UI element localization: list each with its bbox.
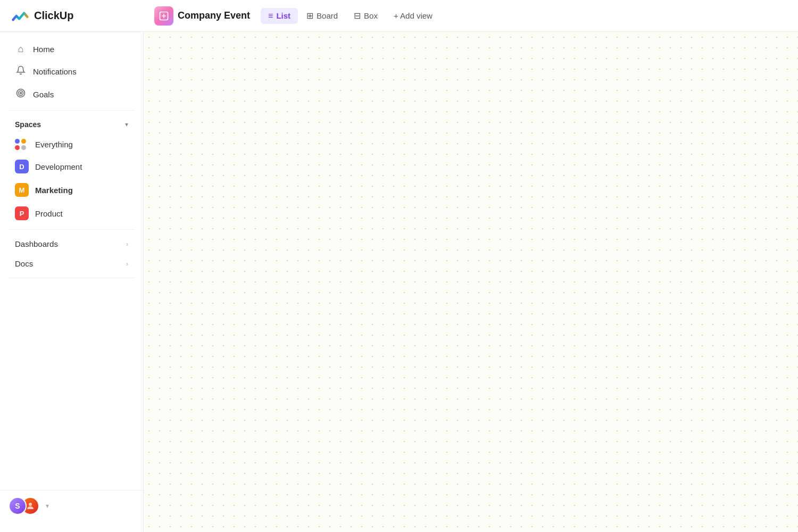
main-content bbox=[144, 32, 798, 532]
user-avatar-letter: S bbox=[15, 502, 20, 510]
project-name: Company Event bbox=[178, 10, 250, 21]
tab-list[interactable]: ≡ List bbox=[261, 8, 298, 24]
development-avatar-letter: D bbox=[19, 163, 24, 171]
sidebar-goals-label: Goals bbox=[33, 90, 54, 99]
add-view-label: + Add view bbox=[394, 11, 433, 20]
sidebar-divider-3 bbox=[9, 278, 135, 278]
sidebar-item-docs[interactable]: Docs › bbox=[9, 254, 135, 273]
sidebar-item-notifications[interactable]: Notifications bbox=[9, 60, 135, 83]
sidebar-item-everything[interactable]: Everything bbox=[9, 134, 135, 155]
main-layout: ⌂ Home Notifications bbox=[0, 32, 798, 532]
sidebar-development-label: Development bbox=[35, 162, 82, 171]
sidebar-divider-1 bbox=[9, 110, 135, 111]
sidebar-everything-label: Everything bbox=[35, 140, 73, 149]
dashboards-chevron-icon: › bbox=[126, 240, 128, 248]
sidebar-product-label: Product bbox=[35, 209, 63, 218]
user-chevron-icon: ▾ bbox=[46, 502, 49, 510]
logo-area: ClickUp bbox=[11, 6, 154, 26]
sidebar-divider-2 bbox=[9, 229, 135, 230]
add-view-button[interactable]: + Add view bbox=[386, 8, 440, 23]
user-avatar-primary: S bbox=[9, 497, 27, 515]
sidebar-user-area[interactable]: S ▾ bbox=[0, 490, 143, 521]
sidebar-marketing-label: Marketing bbox=[35, 186, 73, 195]
sidebar-item-product[interactable]: P Product bbox=[9, 202, 135, 225]
tab-board-label: Board bbox=[317, 11, 338, 20]
box-icon: ⊟ bbox=[354, 11, 361, 21]
sidebar-dashboards-label: Dashboards bbox=[15, 239, 58, 248]
tab-box-label: Box bbox=[364, 11, 378, 20]
header: ClickUp Company Event ≡ List ⊞ Board ⊟ B… bbox=[0, 0, 798, 32]
project-icon bbox=[154, 6, 173, 26]
home-icon: ⌂ bbox=[15, 44, 27, 55]
view-tabs: ≡ List ⊞ Board ⊟ Box + Add view bbox=[261, 7, 440, 24]
sidebar-top: ⌂ Home Notifications bbox=[0, 32, 143, 282]
spaces-header[interactable]: Spaces ▾ bbox=[9, 115, 135, 134]
docs-chevron-icon: › bbox=[126, 260, 128, 268]
product-avatar-letter: P bbox=[20, 210, 24, 218]
board-icon: ⊞ bbox=[306, 11, 313, 21]
avatar-group: S bbox=[9, 497, 39, 515]
app-name: ClickUp bbox=[34, 10, 73, 22]
tab-box[interactable]: ⊟ Box bbox=[346, 7, 385, 24]
project-box-icon bbox=[159, 11, 169, 21]
marketing-avatar: M bbox=[15, 183, 29, 197]
sidebar-item-development[interactable]: D Development bbox=[9, 155, 135, 178]
development-avatar: D bbox=[15, 160, 29, 173]
svg-point-3 bbox=[20, 93, 22, 94]
sidebar-item-marketing[interactable]: M Marketing bbox=[9, 178, 135, 202]
sidebar-item-goals[interactable]: Goals bbox=[9, 83, 135, 106]
sidebar: ⌂ Home Notifications bbox=[0, 32, 144, 532]
sidebar-item-home[interactable]: ⌂ Home bbox=[9, 38, 135, 60]
list-icon: ≡ bbox=[268, 11, 273, 21]
product-avatar: P bbox=[15, 206, 29, 220]
sidebar-home-label: Home bbox=[33, 45, 54, 54]
svg-point-2 bbox=[19, 91, 23, 96]
sidebar-item-dashboards[interactable]: Dashboards › bbox=[9, 234, 135, 254]
sidebar-notifications-label: Notifications bbox=[33, 67, 77, 76]
tab-board[interactable]: ⊞ Board bbox=[299, 7, 345, 24]
bell-icon bbox=[15, 65, 27, 78]
tab-list-label: List bbox=[276, 11, 290, 20]
svg-point-4 bbox=[29, 503, 32, 506]
spaces-label: Spaces bbox=[15, 120, 41, 129]
spaces-chevron-icon: ▾ bbox=[125, 121, 128, 128]
everything-dots-icon bbox=[15, 139, 29, 150]
goals-icon bbox=[15, 88, 27, 101]
clickup-logo-icon bbox=[11, 6, 30, 26]
secondary-avatar-icon bbox=[26, 501, 35, 511]
marketing-avatar-letter: M bbox=[19, 186, 25, 194]
header-nav: Company Event ≡ List ⊞ Board ⊟ Box + Add… bbox=[154, 6, 787, 26]
sidebar-docs-label: Docs bbox=[15, 259, 33, 268]
